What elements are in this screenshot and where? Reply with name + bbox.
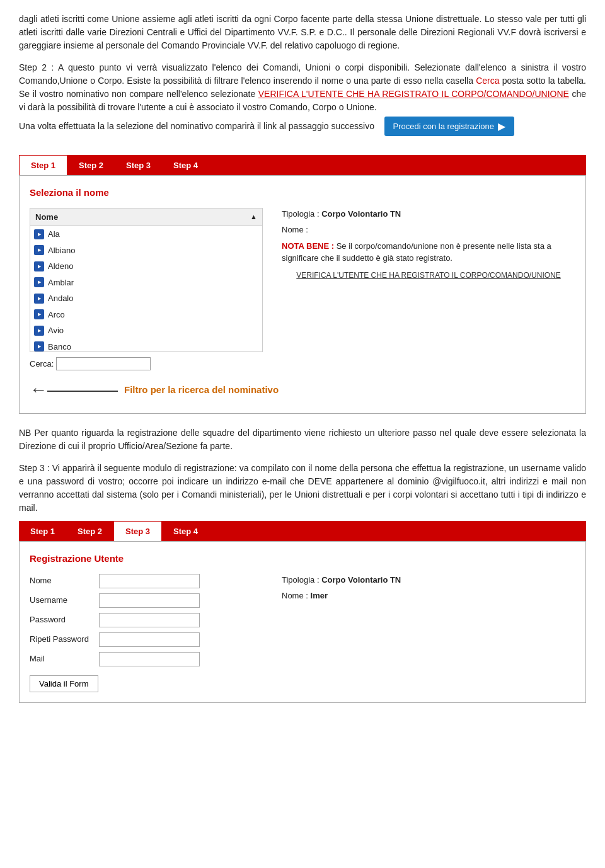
list-item-arrow-icon (34, 229, 44, 239)
step3-tabs-container: Step 1 Step 2 Step 3 Step 4 Registrazion… (19, 521, 586, 703)
tab2-step4[interactable]: Step 4 (162, 521, 209, 541)
verify-highlight-inline: VERIFICA L'UTENTE CHE HA REGISTRATO IL C… (258, 89, 569, 99)
proceed-arrow-icon: ▶ (498, 120, 505, 132)
cerca-highlight: Cerca (476, 76, 499, 86)
tipologia-value: Corpo Volontario TN (321, 209, 401, 219)
form-label-ripeti-password: Ripeti Password (30, 633, 99, 646)
steps-bar: Step 1 Step 2 Step 3 Step 4 (19, 155, 586, 175)
form-input-ripeti-password[interactable] (99, 632, 200, 647)
list-item-arrow-icon (34, 309, 44, 319)
form-label-password: Password (30, 614, 99, 626)
form-label-nome: Nome (30, 574, 99, 587)
step3-right-col: Tipologia : Corpo Volontario TN Nome : I… (282, 574, 575, 692)
list-item[interactable]: Aldeno (30, 258, 262, 275)
list-item-arrow-icon (34, 277, 44, 287)
tab-step3[interactable]: Step 3 (115, 155, 162, 175)
nome-row: Nome : (282, 224, 575, 236)
cerca-row: Cerca: (30, 357, 263, 370)
cerca-input[interactable] (56, 357, 151, 370)
step2-layout: Nome ▲ Ala Albiano Aldeno (30, 208, 575, 371)
step3-layout: Nome Username Password Ripeti Password M… (30, 574, 575, 692)
list-item[interactable]: Arco (30, 307, 262, 323)
list-item-label: Avio (48, 324, 64, 337)
filter-arrow-icon: ←———— (30, 377, 118, 403)
form-input-password[interactable] (99, 613, 200, 627)
list-item-label: Amblar (48, 277, 74, 289)
step3-nome-row: Nome : Imer (282, 590, 575, 602)
sort-arrow-icon: ▲ (250, 212, 257, 222)
intro-paragraph: dagli atleti iscritti come Unione assiem… (19, 13, 586, 52)
step3-nome-label: Nome : (282, 591, 308, 600)
list-item[interactable]: Avio (30, 323, 262, 339)
step2-text-last: Una volta effettuata la la selezione del… (19, 121, 374, 131)
list-item-label: Arco (48, 309, 65, 321)
step2-intro-section: Step 2 : A questo punto vi verrà visuali… (19, 61, 586, 145)
nome-label: Nome : (282, 225, 308, 234)
filter-hint-label: Filtro per la ricerca del nominativo (124, 383, 279, 397)
form-label-mail: Mail (30, 653, 99, 665)
step2-left-col: Nome ▲ Ala Albiano Aldeno (30, 208, 263, 371)
valida-button[interactable]: Valida il Form (30, 675, 98, 692)
step2-tabs-container: Step 1 Step 2 Step 3 Step 4 Seleziona il… (19, 155, 586, 414)
step2-panel: Seleziona il nome Nome ▲ Ala Albiano (19, 175, 586, 414)
step3-section-title: Registrazione Utente (30, 552, 575, 566)
step3-tipologia-row: Tipologia : Corpo Volontario TN (282, 574, 575, 586)
form-row-nome: Nome (30, 574, 263, 588)
tipologia-label: Tipologia : (282, 209, 320, 219)
list-item[interactable]: Albiano (30, 243, 262, 259)
form-row-username: Username (30, 593, 263, 608)
list-item[interactable]: Ala (30, 226, 262, 243)
step2-section-title: Seleziona il nome (30, 186, 575, 200)
tab2-step2[interactable]: Step 2 (66, 521, 113, 541)
step3-tipologia-value: Corpo Volontario TN (321, 575, 401, 585)
form-row-mail: Mail (30, 652, 263, 666)
nb-block: NB Per quanto riguarda la registrazione … (19, 426, 586, 453)
form-input-username[interactable] (99, 593, 200, 608)
list-item-label: Albiano (48, 244, 75, 257)
proceed-button[interactable]: Procedi con la registrazione ▶ (384, 117, 514, 136)
step3-tipologia-label: Tipologia : (282, 575, 320, 585)
list-item-label: Aldeno (48, 260, 73, 273)
tab-step4[interactable]: Step 4 (162, 155, 209, 175)
step3-panel: Registrazione Utente Nome Username Passw… (19, 541, 586, 703)
list-header-label: Nome (35, 211, 58, 224)
verify-link[interactable]: VERIFICA L'UTENTE CHE HA REGISTRATO IL C… (282, 270, 575, 281)
list-item-arrow-icon (34, 326, 44, 336)
tab-step2[interactable]: Step 2 (67, 155, 115, 175)
name-list[interactable]: Ala Albiano Aldeno Amblar (30, 226, 263, 352)
list-item-arrow-icon (34, 294, 44, 304)
step3-nome-value: Imer (311, 591, 328, 600)
tipologia-row: Tipologia : Corpo Volontario TN (282, 208, 575, 220)
steps-bar-2: Step 1 Step 2 Step 3 Step 4 (19, 521, 586, 541)
step3-intro: Step 3 : Vi apparirà il seguente modulo … (19, 462, 586, 515)
list-item-label: Banco (48, 341, 71, 353)
proceed-button-label: Procedi con la registrazione (393, 122, 494, 131)
cerca-label: Cerca: (30, 358, 54, 370)
form-input-nome[interactable] (99, 574, 200, 588)
list-item-arrow-icon (34, 341, 44, 351)
list-header: Nome ▲ (30, 208, 263, 227)
form-label-username: Username (30, 594, 99, 607)
valida-row: Valida il Form (30, 671, 263, 692)
tab2-step3[interactable]: Step 3 (113, 521, 162, 541)
filter-hint-row: ←———— Filtro per la ricerca del nominati… (30, 377, 575, 403)
list-item-label: Andalo (48, 292, 73, 305)
list-item-arrow-icon (34, 261, 44, 271)
nota-bene-label: NOTA BENE : (282, 241, 334, 251)
step2-right-col: Tipologia : Corpo Volontario TN Nome : N… (282, 208, 575, 371)
list-item[interactable]: Amblar (30, 275, 262, 291)
tab2-step1[interactable]: Step 1 (19, 521, 66, 541)
step2-intro-text: Step 2 : A questo punto vi verrà visuali… (19, 61, 586, 145)
form-input-mail[interactable] (99, 652, 200, 666)
list-item-arrow-icon (34, 245, 44, 255)
nota-bene-row: NOTA BENE : Se il corpo/comando/unione n… (282, 240, 575, 265)
tab-step1[interactable]: Step 1 (19, 155, 67, 175)
list-item[interactable]: Andalo (30, 290, 262, 307)
step3-left-col: Nome Username Password Ripeti Password M… (30, 574, 263, 692)
form-row-ripeti-password: Ripeti Password (30, 632, 263, 647)
list-item[interactable]: Banco (30, 339, 262, 353)
list-item-label: Ala (48, 228, 60, 241)
form-row-password: Password (30, 613, 263, 627)
